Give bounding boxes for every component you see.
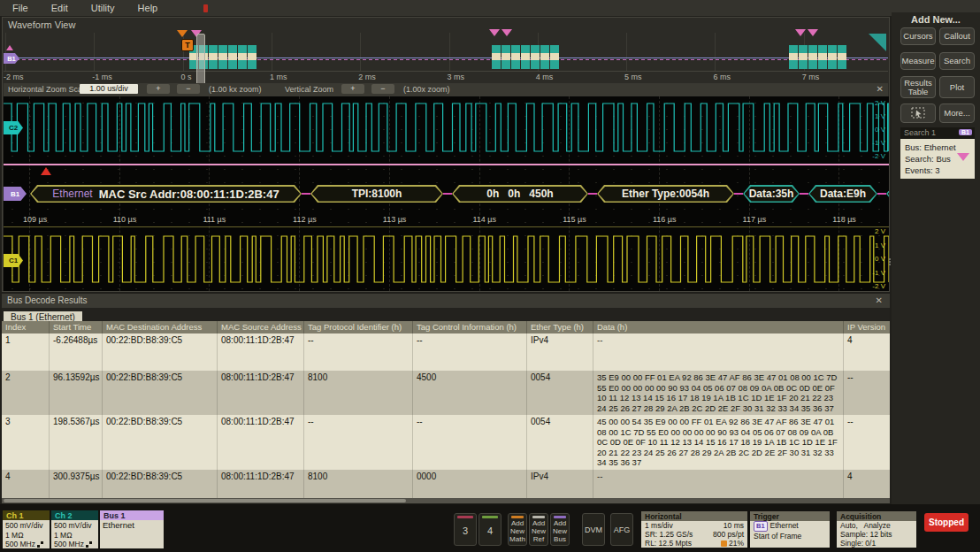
bus-color-stripe [554, 516, 566, 518]
axis-tick-label: 3 ms [448, 73, 465, 81]
ch2-channel-badge[interactable]: Ch 2 500 mV/div 1 MΩ 500 MHz [51, 510, 98, 548]
search1-bus: Bus: Ethernet [905, 142, 970, 153]
add-new-bus-button[interactable]: Add New Bus [550, 513, 570, 546]
trigger-panel-body: B1Ethernet Start of Frame [750, 521, 830, 548]
vzoom-minus-button[interactable]: − [371, 84, 394, 94]
run-stop-button[interactable]: Stopped [924, 513, 969, 532]
vzoom-plus-button[interactable]: + [341, 84, 364, 94]
cell-start-time: 96.13592µs [49, 371, 102, 415]
bus-decode-track[interactable]: B1 EthernetMAC Src Addr:08:00:11:1D:2B:4… [4, 184, 889, 203]
column-header: MAC Destination Address [102, 321, 217, 334]
axis-tick-label: 117 µs [743, 215, 767, 224]
scale-label: -2 V [872, 282, 885, 290]
dvm-button[interactable]: DVM [582, 513, 605, 546]
column-header: Data (h) [593, 321, 843, 334]
axis-tick-label: 110 µs [113, 215, 137, 224]
ch1-badge-title: Ch 1 [3, 510, 50, 520]
horizontal-settings-panel[interactable]: Horizontal 1 ms/div10 ms SR: 1.25 GS/s80… [641, 511, 747, 548]
plot-button[interactable]: Plot [939, 76, 975, 98]
bus-field-label: TPI:8100h [352, 188, 402, 200]
search-button[interactable]: Search [939, 52, 975, 70]
bus-connector [877, 193, 886, 195]
cell-mac-dest: 00:22:BD:B8:39:C5 [102, 415, 217, 470]
ch2-badge-settings: 500 mV/div 1 MΩ 500 MHz [51, 520, 98, 548]
bus1-badge[interactable]: Bus 1 Ethernet [100, 510, 164, 548]
ref-color-stripe [532, 516, 545, 518]
scale-label: 0 V [875, 126, 885, 134]
cell-tci: 4500 [412, 371, 526, 415]
trigger-settings-panel[interactable]: Trigger B1Ethernet Start of Frame [750, 511, 830, 548]
bus1-badge[interactable]: B1 [4, 187, 27, 201]
zoomed-waveform-area[interactable]: C2 2 V 1 V 0 V -1 V -2 V B1 EthernetMAC … [4, 96, 889, 291]
add-new-ref-button[interactable]: Add New Ref [529, 513, 548, 546]
bus-field-partial [886, 185, 889, 203]
cell-mac-dest: 00:22:BD:B8:39:C5 [102, 371, 217, 415]
trigger-panel-title: Trigger [750, 511, 830, 521]
table-row[interactable]: 3 198.5367µs 00:22:BD:B8:39:C5 08:00:11:… [2, 415, 890, 470]
column-header: Tag Protocol Identifier (h) [303, 321, 412, 334]
scale-label: 1 V [875, 112, 885, 120]
afg-button[interactable]: AFG [610, 513, 633, 546]
ch3-enable-button[interactable]: 3 [454, 513, 477, 546]
table-row[interactable]: 4 300.9375µs 00:22:BD:B8:39:C5 08:00:11:… [2, 470, 890, 502]
search1-header: Search 1 B1 [900, 127, 975, 139]
search-marker-icon [795, 29, 806, 36]
ch2-badge-title: Ch 2 [51, 510, 98, 520]
ch3-color-stripe [457, 516, 473, 518]
bus-field-data: Data:35h [743, 185, 800, 203]
scale-label: 1 V [875, 242, 885, 249]
axis-tick-label: 113 µs [383, 215, 407, 224]
search1-panel[interactable]: Search 1 B1 Bus: Ethernet Search: Bus Ev… [900, 127, 975, 179]
zoom-close-icon[interactable]: ✕ [877, 84, 884, 94]
axis-tick-label: 4 ms [536, 73, 554, 81]
results-table-button[interactable]: Results Table [900, 76, 936, 98]
overview-bus-trace [4, 59, 888, 60]
clipping-warning-icon [41, 167, 51, 175]
scale-label: -1 V [872, 269, 885, 277]
axis-tick-label: 116 µs [653, 215, 677, 224]
overview-zoom-corner-icon[interactable] [869, 34, 886, 51]
more-button[interactable]: More... [939, 104, 975, 123]
measure-button[interactable]: Measure [900, 52, 936, 70]
waveform-view-title: Waveform View [8, 19, 75, 30]
ch1-channel-badge[interactable]: Ch 1 500 mV/div 1 MΩ 500 MHz [3, 510, 50, 548]
acquisition-settings-panel[interactable]: Acquisition Auto, Analyze Sample: 12 bit… [837, 511, 916, 548]
hscrollbar-thumb[interactable] [4, 499, 406, 502]
axis-tick-label: 2 ms [358, 73, 376, 81]
horizontal-zoom-scale-value[interactable]: 1.00 us/div [80, 84, 138, 94]
table-row[interactable]: 1 -6.26488µs 00:22:BD:B8:39:C5 08:00:11:… [2, 334, 890, 371]
table-hscrollbar[interactable] [2, 498, 890, 503]
ch1-badge-settings: 500 mV/div 1 MΩ 500 MHz [3, 520, 50, 548]
bus-connector [800, 193, 808, 195]
trigger-position-badge[interactable]: T [181, 39, 194, 51]
screen-annotation-button[interactable] [900, 104, 936, 123]
axis-tick-label: -1 ms [92, 73, 112, 81]
search1-body: Bus: Ethernet Search: Bus Events: 3 [900, 139, 975, 179]
cell-ethertype: 0054 [526, 415, 593, 470]
results-close-icon[interactable]: ✕ [876, 295, 883, 305]
bus-connector [302, 193, 310, 195]
add-new-math-button[interactable]: Add New Math [508, 513, 527, 546]
hzoom-minus-button[interactable]: − [177, 84, 200, 94]
vzoom-factor-label: (1.00x zoom) [403, 85, 450, 94]
cell-tpi: -- [303, 415, 412, 470]
column-header: IP Version [843, 321, 890, 334]
hzoom-plus-button[interactable]: + [147, 84, 170, 94]
cursors-button[interactable]: Cursors [900, 27, 936, 45]
column-header: Start Time [49, 321, 102, 334]
waveform-view-panel: Waveform View T B1 -2 ms -1 ms 0 s 1 ms … [2, 17, 890, 292]
cell-tpi: 8100 [303, 371, 412, 415]
callout-button[interactable]: Callout [939, 27, 975, 45]
bandwidth-icon [86, 541, 92, 548]
column-header: MAC Source Address [217, 321, 303, 334]
axis-tick-label: 114 µs [473, 215, 497, 224]
menu-utility[interactable]: Utility [91, 3, 115, 13]
menu-help[interactable]: Help [138, 3, 158, 13]
bus-connector [443, 193, 452, 195]
cell-tpi: 8100 [303, 470, 412, 502]
table-row[interactable]: 2 96.13592µs 00:22:BD:B8:39:C5 08:00:11:… [2, 371, 890, 415]
overview-time-axis: -2 ms -1 ms 0 s 1 ms 2 ms 3 ms 4 ms 5 ms… [4, 73, 888, 83]
menu-edit[interactable]: Edit [51, 3, 68, 13]
menu-file[interactable]: File [12, 3, 28, 13]
ch4-enable-button[interactable]: 4 [479, 513, 501, 546]
